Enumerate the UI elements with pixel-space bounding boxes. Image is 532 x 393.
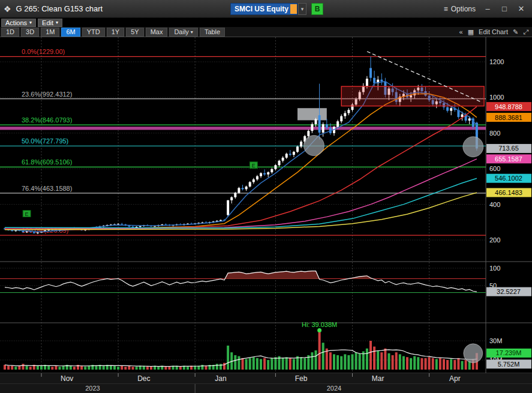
svg-text:32.5227: 32.5227 [497,288,521,295]
svg-text:Nov: Nov [61,374,73,383]
maximize-button[interactable]: □ [500,4,509,13]
actions-label: Actions [5,19,27,26]
actions-menu[interactable]: Actions ▾ [1,19,36,27]
svg-text:30M: 30M [489,337,502,344]
tab-1y[interactable]: 1Y [107,28,124,37]
rsi-panel [0,268,486,293]
svg-text:50.0%(727.795): 50.0%(727.795) [22,137,68,145]
ticker-text: SMCI US Equity [235,5,288,13]
edit-label: Edit [42,19,53,26]
close-button[interactable]: ✕ [516,4,526,13]
ticker-dropdown-icon[interactable]: ▾ [298,3,306,15]
tab-3d[interactable]: 3D [21,28,39,37]
volume-panel: Hi: 39.038M [0,321,486,370]
tab-ytd[interactable]: YTD [82,28,105,37]
tab-5y[interactable]: 5Y [126,28,143,37]
svg-text:713.65: 713.65 [498,145,519,152]
edit-chart-button[interactable]: Edit Chart [479,28,508,35]
app-icon[interactable]: ❖ [4,4,11,14]
x-axis: NovDecJanFebMarApr20232024 [0,373,532,393]
svg-text:1200: 1200 [489,58,504,65]
svg-text:800: 800 [489,130,500,137]
options-label: Options [451,5,476,13]
text-cursor [290,4,297,14]
options-menu[interactable]: ≡ Options [444,5,476,13]
caret-down-icon: ▾ [29,20,32,25]
svg-text:0.0%(1229.00): 0.0%(1229.00) [22,48,65,55]
menubar: Actions ▾ Edit ▾ [0,18,532,27]
svg-text:Feb: Feb [295,374,308,383]
hamburger-icon: ≡ [444,5,448,13]
window-title: G 265: Clean G153 chart [16,4,103,13]
fib-levels: 0.0%(1229.00)23.6%(992.4312)38.2%(846.07… [0,48,486,235]
svg-text:Mar: Mar [372,374,384,383]
ma-line [5,159,477,229]
svg-text:5.752M: 5.752M [498,361,520,368]
caret-down-icon: ▾ [191,29,193,35]
frequency-label: Daily [174,28,188,35]
svg-text:E: E [252,163,256,169]
svg-text:2024: 2024 [327,385,341,392]
svg-text:76.4%(463.1588): 76.4%(463.1588) [22,185,72,192]
ticker-group: SMCI US Equity ▾ B [230,2,323,16]
grid-icon[interactable]: ▦ [468,28,474,36]
chart-canvas[interactable]: 0.0%(1229.00)23.6%(992.4312)38.2%(846.07… [0,37,532,393]
ticker-input[interactable]: SMCI US Equity [230,3,297,15]
svg-text:888.3681: 888.3681 [495,114,522,121]
tab-1m[interactable]: 1M [41,28,59,37]
period-toolbar: 1D 3D 1M 6M YTD 1Y 5Y Max Daily ▾ Table … [0,27,532,37]
annotations-under [0,108,486,130]
svg-text:2023: 2023 [85,385,100,392]
tab-6m[interactable]: 6M [61,28,80,37]
svg-text:61.8%(609.5106): 61.8%(609.5106) [22,158,72,166]
svg-text:200: 200 [489,236,500,244]
svg-text:655.1587: 655.1587 [495,155,522,163]
tab-table[interactable]: Table [200,28,225,37]
svg-text:23.6%(992.4312): 23.6%(992.4312) [22,91,72,98]
ma-line [5,178,477,228]
svg-text:546.1002: 546.1002 [495,175,522,182]
svg-text:Dec: Dec [137,374,150,383]
chart-tools: « ▦ Edit Chart ✎ ⤢ [459,28,531,36]
svg-text:E: E [25,211,29,217]
expand-icon[interactable]: ⤢ [523,28,528,36]
annotations-over: EE [23,52,484,217]
ma-line [5,94,477,229]
svg-text:400: 400 [489,201,500,208]
svg-text:38.2%(846.0793): 38.2%(846.0793) [22,116,72,124]
b-button[interactable]: B [311,3,323,15]
candlestick-series [4,56,478,234]
titlebar: ❖ G 265: Clean G153 chart SMCI US Equity… [0,0,532,18]
svg-text:466.1483: 466.1483 [495,189,522,196]
edit-menu[interactable]: Edit ▾ [38,19,62,27]
svg-text:Apr: Apr [449,374,461,383]
caret-down-icon: ▾ [56,20,58,25]
svg-text:17.239M: 17.239M [496,349,522,356]
frequency-dropdown[interactable]: Daily ▾ [169,28,197,37]
svg-text:Jan: Jan [215,374,226,383]
svg-text:1000: 1000 [489,94,504,101]
titlebar-right: ≡ Options – □ ✕ [444,4,528,13]
pencil-icon[interactable]: ✎ [513,28,518,36]
tab-max[interactable]: Max [146,28,168,37]
right-axis: 120010008006004002001005030M10M948.87888… [486,58,531,368]
svg-text:948.8788: 948.8788 [495,103,522,110]
svg-text:100: 100 [489,265,500,272]
svg-text:600: 600 [489,165,500,172]
collapse-panel-icon[interactable]: « [459,28,463,35]
tab-1d[interactable]: 1D [1,28,19,37]
minimize-button[interactable]: – [483,4,492,13]
volume-ma-line [5,350,477,367]
svg-text:Hi: 39.038M: Hi: 39.038M [302,321,337,328]
